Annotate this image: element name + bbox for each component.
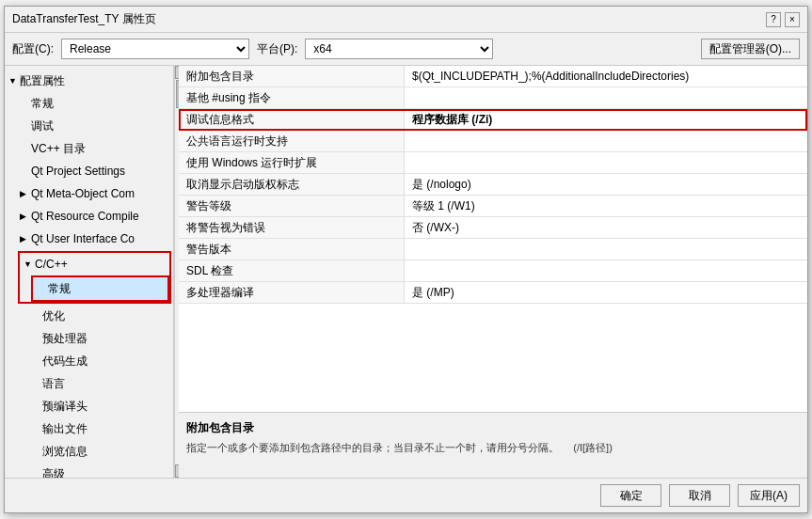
prop-value-multiproc[interactable]: 是 (/MP) bbox=[405, 282, 807, 303]
sidebar-children: 常规 调试 VC++ 目录 Qt Project Settings Qt Met bbox=[5, 92, 173, 478]
config-manager-button[interactable]: 配置管理器(O)... bbox=[701, 39, 800, 59]
prop-name-sdl: SDL 检查 bbox=[179, 260, 405, 281]
footer: 确定 取消 应用(A) bbox=[5, 478, 807, 512]
sidebar-qtresource-label: Qt Resource Compile bbox=[31, 207, 139, 226]
description-text: 指定一个或多个要添加到包含路径中的目录；当目录不止一个时，请用分号分隔。 (/I… bbox=[186, 440, 800, 456]
prop-value-sdl[interactable] bbox=[405, 260, 807, 281]
sidebar-item-optimize[interactable]: 优化 bbox=[27, 305, 173, 327]
sidebar-cpp-general-label: 常规 bbox=[48, 279, 71, 298]
sidebar-item-vcpp[interactable]: VC++ 目录 bbox=[16, 137, 173, 160]
prop-row-sdl: SDL 检查 bbox=[179, 260, 807, 282]
description-main: 指定一个或多个要添加到包含路径中的目录；当目录不止一个时，请用分号分隔。 bbox=[186, 442, 559, 453]
sidebar-preprocess-label: 预处理器 bbox=[42, 329, 88, 348]
prop-value-warnaserror[interactable]: 否 (/WX-) bbox=[405, 217, 807, 238]
sidebar-item-debug[interactable]: 调试 bbox=[16, 115, 173, 137]
sidebar-item-codegen[interactable]: 代码生成 bbox=[27, 350, 173, 372]
sidebar-item-preprocess[interactable]: 预处理器 bbox=[27, 327, 173, 350]
sidebar-item-browser[interactable]: 浏览信息 bbox=[27, 440, 173, 463]
sidebar-item-general[interactable]: 常规 bbox=[16, 92, 173, 115]
prop-value-warninglevel[interactable]: 等级 1 (/W1) bbox=[405, 196, 807, 216]
description-area: 附加包含目录 指定一个或多个要添加到包含路径中的目录；当目录不止一个时，请用分号… bbox=[179, 412, 807, 478]
prop-value-includedir[interactable]: $(Qt_INCLUDEPATH_);%(AdditionalIncludeDi… bbox=[405, 66, 807, 86]
cpp-expand-icon bbox=[24, 255, 33, 274]
sidebar-qtui-label: Qt User Interface Co bbox=[31, 229, 135, 248]
sidebar-item-cpp[interactable]: C/C++ bbox=[20, 253, 169, 275]
sidebar-output-label: 输出文件 bbox=[42, 419, 88, 438]
sidebar-item-cpp-general[interactable]: 常规 bbox=[31, 275, 169, 302]
sidebar-item-precompile[interactable]: 预编译头 bbox=[27, 395, 173, 417]
prop-row-multiproc: 多处理器编译 是 (/MP) bbox=[179, 282, 807, 304]
properties-container: 附加包含目录 $(Qt_INCLUDEPATH_);%(AdditionalIn… bbox=[179, 66, 807, 412]
prop-row-warninglevel: 警告等级 等级 1 (/W1) bbox=[179, 196, 807, 217]
sidebar-qtproject-label: Qt Project Settings bbox=[31, 162, 125, 181]
description-title: 附加包含目录 bbox=[186, 420, 800, 436]
prop-row-using: 基他 #using 指令 bbox=[179, 87, 807, 109]
prop-name-multiproc: 多处理器编译 bbox=[179, 282, 405, 303]
apply-button[interactable]: 应用(A) bbox=[738, 484, 800, 507]
sidebar-item-qtmeta[interactable]: Qt Meta-Object Com bbox=[16, 182, 173, 205]
sidebar-vcpp-label: VC++ 目录 bbox=[31, 139, 86, 158]
prop-name-warnaserror: 将警告视为错误 bbox=[179, 217, 405, 238]
prop-value-winrt[interactable] bbox=[405, 152, 807, 173]
prop-name-includedir: 附加包含目录 bbox=[179, 66, 405, 86]
sidebar-lang-label: 语言 bbox=[42, 374, 65, 393]
prop-row-clr: 公共语言运行时支持 bbox=[179, 131, 807, 152]
sidebar-item-lang[interactable]: 语言 bbox=[27, 372, 173, 395]
sidebar-advanced-label: 高级 bbox=[42, 464, 65, 478]
sidebar-item-advanced[interactable]: 高级 bbox=[27, 463, 173, 478]
qtmeta-expand-icon bbox=[20, 184, 29, 203]
prop-row-debugformat: 调试信息格式 程序数据库 (/Zi) bbox=[179, 109, 807, 131]
sidebar-qtmeta-label: Qt Meta-Object Com bbox=[31, 184, 135, 203]
description-hint: (/I[路径]) bbox=[573, 442, 613, 453]
toolbar: 配置(C): Release 平台(P): x64 配置管理器(O)... bbox=[5, 33, 807, 65]
prop-value-using[interactable] bbox=[405, 87, 807, 108]
sidebar-item-qtui[interactable]: Qt User Interface Co bbox=[16, 228, 173, 250]
prop-name-winrt: 使用 Windows 运行时扩展 bbox=[179, 152, 405, 173]
prop-value-nologo[interactable]: 是 (/nologo) bbox=[405, 174, 807, 195]
sidebar-root-label: 配置属性 bbox=[20, 71, 65, 90]
prop-name-warnver: 警告版本 bbox=[179, 239, 405, 260]
cpp-children: 常规 bbox=[20, 275, 169, 302]
platform-select[interactable]: x64 bbox=[305, 39, 493, 59]
prop-value-debugformat[interactable]: 程序数据库 (/Zi) bbox=[405, 109, 807, 130]
qtui-expand-icon bbox=[20, 229, 29, 248]
title-bar-buttons: ? × bbox=[766, 12, 800, 27]
sidebar-item-qtresource[interactable]: Qt Resource Compile bbox=[16, 205, 173, 228]
sidebar-debug-label: 调试 bbox=[31, 117, 54, 135]
sidebar: 配置属性 常规 调试 VC++ 目录 Qt Project Settings bbox=[5, 66, 174, 478]
config-label: 配置(C): bbox=[12, 41, 54, 57]
prop-row-warnver: 警告版本 bbox=[179, 239, 807, 260]
sidebar-item-output[interactable]: 输出文件 bbox=[27, 417, 173, 440]
ok-button[interactable]: 确定 bbox=[600, 484, 661, 507]
prop-name-debugformat: 调试信息格式 bbox=[179, 109, 405, 130]
help-button[interactable]: ? bbox=[766, 12, 781, 27]
sidebar-codegen-label: 代码生成 bbox=[42, 352, 88, 370]
sidebar-cpp-label: C/C++ bbox=[35, 255, 68, 274]
sidebar-precompile-label: 预编译头 bbox=[42, 397, 88, 416]
platform-label: 平台(P): bbox=[257, 41, 297, 57]
sidebar-optimize-label: 优化 bbox=[42, 307, 65, 325]
sidebar-root[interactable]: 配置属性 bbox=[5, 70, 173, 92]
cancel-button[interactable]: 取消 bbox=[669, 484, 730, 507]
window-title: DataTransferTest_TY 属性页 bbox=[12, 11, 156, 27]
prop-row-warnaserror: 将警告视为错误 否 (/WX-) bbox=[179, 217, 807, 239]
prop-name-nologo: 取消显示启动版权标志 bbox=[179, 174, 405, 195]
prop-row-includedir: 附加包含目录 $(Qt_INCLUDEPATH_);%(AdditionalIn… bbox=[179, 66, 807, 87]
prop-name-using: 基他 #using 指令 bbox=[179, 87, 405, 108]
main-content: 配置属性 常规 调试 VC++ 目录 Qt Project Settings bbox=[5, 65, 807, 478]
content-area: 附加包含目录 $(Qt_INCLUDEPATH_);%(AdditionalIn… bbox=[179, 66, 807, 478]
config-select[interactable]: Release bbox=[61, 39, 249, 59]
cpp-children-cont: 优化 预处理器 代码生成 语言 预编译头 bbox=[16, 305, 173, 478]
close-button[interactable]: × bbox=[785, 12, 800, 27]
sidebar-browser-label: 浏览信息 bbox=[42, 442, 88, 461]
prop-value-warnver[interactable] bbox=[405, 239, 807, 260]
cpp-group-box: C/C++ 常规 bbox=[18, 251, 171, 304]
title-bar: DataTransferTest_TY 属性页 ? × bbox=[5, 7, 807, 33]
main-window: DataTransferTest_TY 属性页 ? × 配置(C): Relea… bbox=[4, 6, 808, 513]
sidebar-general-label: 常规 bbox=[31, 94, 54, 113]
root-expand-icon bbox=[8, 71, 18, 90]
prop-row-winrt: 使用 Windows 运行时扩展 bbox=[179, 152, 807, 174]
sidebar-item-qtproject[interactable]: Qt Project Settings bbox=[16, 160, 173, 182]
prop-value-clr[interactable] bbox=[405, 131, 807, 151]
qtresource-expand-icon bbox=[20, 207, 29, 226]
